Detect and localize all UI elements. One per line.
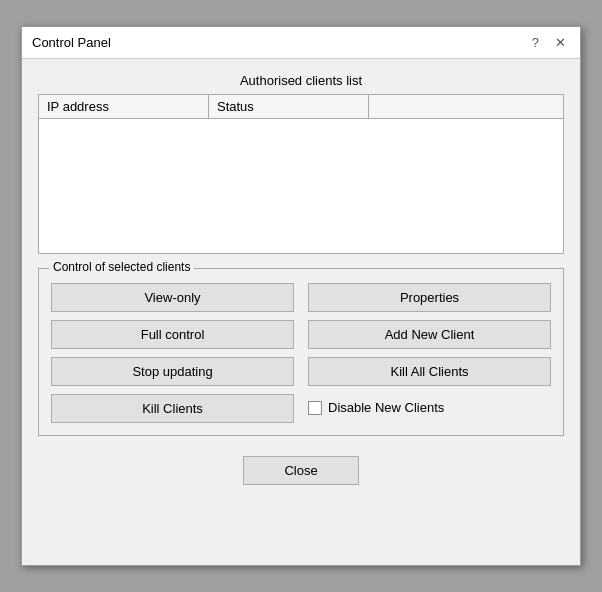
control-group-label: Control of selected clients [49, 260, 194, 274]
disable-new-clients-label: Disable New Clients [328, 400, 444, 415]
close-button[interactable]: Close [243, 456, 358, 485]
controls-right: Properties Add New Client Kill All Clien… [308, 283, 551, 423]
col-status: Status [209, 95, 369, 118]
clients-section-title: Authorised clients list [38, 73, 564, 88]
footer: Close [22, 450, 580, 499]
control-panel-window: Control Panel ? ✕ Authorised clients lis… [21, 26, 581, 566]
title-bar-right: ? ✕ [528, 35, 570, 50]
title-bar-left: Control Panel [32, 35, 111, 50]
controls-layout: View-only Full control Stop updating Kil… [51, 283, 551, 423]
view-only-button[interactable]: View-only [51, 283, 294, 312]
properties-button[interactable]: Properties [308, 283, 551, 312]
clients-table: IP address Status [38, 94, 564, 254]
content-area: Authorised clients list IP address Statu… [22, 59, 580, 450]
disable-new-clients-checkbox[interactable] [308, 401, 322, 415]
kill-all-clients-button[interactable]: Kill All Clients [308, 357, 551, 386]
disable-new-clients-row: Disable New Clients [308, 394, 551, 421]
kill-clients-button[interactable]: Kill Clients [51, 394, 294, 423]
window-title: Control Panel [32, 35, 111, 50]
add-new-client-button[interactable]: Add New Client [308, 320, 551, 349]
clients-section: Authorised clients list IP address Statu… [38, 73, 564, 254]
table-header: IP address Status [39, 95, 563, 119]
table-body [39, 119, 563, 239]
full-control-button[interactable]: Full control [51, 320, 294, 349]
close-window-button[interactable]: ✕ [551, 35, 570, 50]
help-button[interactable]: ? [528, 35, 543, 50]
title-bar: Control Panel ? ✕ [22, 27, 580, 59]
controls-left: View-only Full control Stop updating Kil… [51, 283, 294, 423]
control-group: Control of selected clients View-only Fu… [38, 268, 564, 436]
col-extra [369, 95, 563, 118]
col-ip-address: IP address [39, 95, 209, 118]
stop-updating-button[interactable]: Stop updating [51, 357, 294, 386]
